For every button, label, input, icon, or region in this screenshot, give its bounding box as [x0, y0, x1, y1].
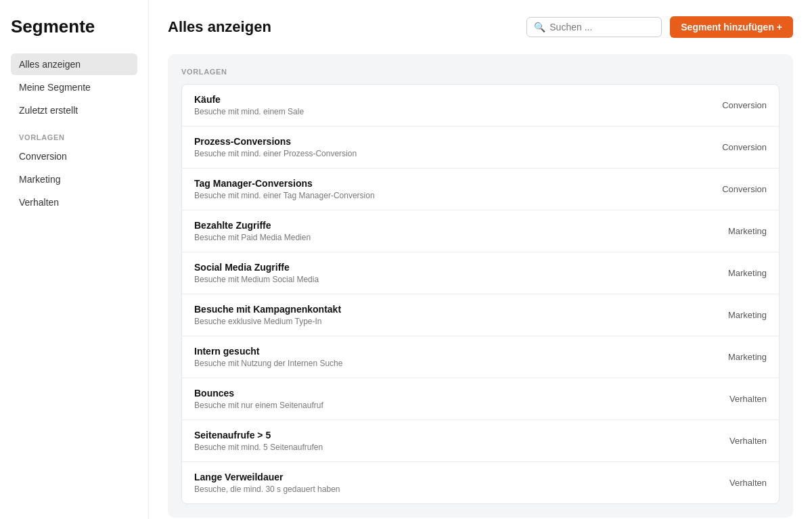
segment-description: Besuche mit mind. einem Sale	[194, 107, 304, 116]
segment-row[interactable]: Besuche mit Kampagnenkontakt Besuche exk…	[182, 294, 779, 336]
segment-name: Prozess-Conversions	[194, 136, 357, 147]
segment-info: Lange Verweildauer Besuche, die mind. 30…	[194, 472, 340, 494]
sidebar-title: Segmente	[11, 16, 137, 37]
segment-info: Seitenaufrufe > 5 Besuche mit mind. 5 Se…	[194, 430, 323, 452]
sidebar-item-marketing[interactable]: Marketing	[11, 168, 137, 190]
segment-description: Besuche mit Medium Social Media	[194, 275, 319, 284]
main-content: Alles anzeigen 🔍 ✕ Segment hinzufügen + …	[149, 0, 812, 519]
header-actions: 🔍 ✕ Segment hinzufügen +	[526, 16, 793, 38]
segment-description: Besuche mit mind. einer Tag Manager-Conv…	[194, 191, 375, 200]
sidebar-item-verhalten[interactable]: Verhalten	[11, 191, 137, 213]
segment-row[interactable]: Lange Verweildauer Besuche, die mind. 30…	[182, 462, 779, 503]
search-icon: 🔍	[534, 22, 545, 32]
segment-row[interactable]: Seitenaufrufe > 5 Besuche mit mind. 5 Se…	[182, 420, 779, 462]
segment-info: Social Media Zugriffe Besuche mit Medium…	[194, 262, 319, 284]
segment-tag: Marketing	[728, 268, 767, 278]
segment-name: Bounces	[194, 388, 323, 399]
sidebar: Segmente Alles anzeigenMeine SegmenteZul…	[0, 0, 149, 519]
segment-tag: Verhalten	[729, 394, 767, 404]
sidebar-item-meine-segmente[interactable]: Meine Segmente	[11, 76, 137, 98]
sidebar-item-alles-anzeigen[interactable]: Alles anzeigen	[11, 53, 137, 75]
segment-name: Social Media Zugriffe	[194, 262, 319, 273]
segment-name: Lange Verweildauer	[194, 472, 340, 482]
segment-row[interactable]: Käufe Besuche mit mind. einem Sale Conve…	[182, 85, 779, 127]
add-segment-button[interactable]: Segment hinzufügen +	[670, 16, 793, 38]
segment-info: Bounces Besuche mit nur einem Seitenaufr…	[194, 388, 323, 410]
segment-tag: Verhalten	[729, 478, 767, 488]
segment-description: Besuche mit Paid Media Medien	[194, 233, 311, 242]
segment-tag: Verhalten	[729, 436, 767, 446]
segment-info: Tag Manager-Conversions Besuche mit mind…	[194, 178, 375, 200]
segment-tag: Marketing	[728, 310, 767, 320]
sidebar-item-zuletzt-erstellt[interactable]: Zuletzt erstellt	[11, 99, 137, 121]
segment-tag: Conversion	[722, 100, 767, 110]
search-input[interactable]	[549, 22, 668, 32]
segment-row[interactable]: Intern gesucht Besuche mit Nutzung der I…	[182, 336, 779, 378]
segment-info: Besuche mit Kampagnenkontakt Besuche exk…	[194, 304, 341, 326]
segment-name: Bezahlte Zugriffe	[194, 220, 311, 231]
segment-description: Besuche mit mind. einer Prozess-Conversi…	[194, 149, 357, 158]
segment-info: Intern gesucht Besuche mit Nutzung der I…	[194, 346, 342, 368]
segment-tag: Conversion	[722, 142, 767, 152]
sidebar-vorlagen-label: VORLAGEN	[11, 122, 137, 145]
segment-name: Seitenaufrufe > 5	[194, 430, 323, 441]
segment-row[interactable]: Social Media Zugriffe Besuche mit Medium…	[182, 252, 779, 294]
segment-info: Bezahlte Zugriffe Besuche mit Paid Media…	[194, 220, 311, 242]
sidebar-item-conversion[interactable]: Conversion	[11, 145, 137, 167]
segment-tag: Conversion	[722, 184, 767, 194]
segment-list: Käufe Besuche mit mind. einem Sale Conve…	[181, 84, 780, 504]
main-header: Alles anzeigen 🔍 ✕ Segment hinzufügen +	[168, 16, 793, 38]
segment-row[interactable]: Bezahlte Zugriffe Besuche mit Paid Media…	[182, 210, 779, 252]
segment-row[interactable]: Prozess-Conversions Besuche mit mind. ei…	[182, 127, 779, 168]
segment-description: Besuche exklusive Medium Type-In	[194, 317, 341, 326]
content-card: VORLAGEN Käufe Besuche mit mind. einem S…	[168, 54, 793, 518]
segment-info: Käufe Besuche mit mind. einem Sale	[194, 94, 304, 116]
main-title: Alles anzeigen	[168, 18, 271, 36]
segment-description: Besuche, die mind. 30 s gedauert haben	[194, 484, 340, 494]
segment-name: Intern gesucht	[194, 346, 342, 357]
segment-description: Besuche mit nur einem Seitenaufruf	[194, 401, 323, 410]
segment-name: Tag Manager-Conversions	[194, 178, 375, 189]
search-box[interactable]: 🔍 ✕	[526, 17, 662, 37]
segment-row[interactable]: Tag Manager-Conversions Besuche mit mind…	[182, 168, 779, 210]
segment-row[interactable]: Bounces Besuche mit nur einem Seitenaufr…	[182, 378, 779, 420]
segment-description: Besuche mit Nutzung der Internen Suche	[194, 359, 342, 368]
segment-tag: Marketing	[728, 352, 767, 362]
content-section-label: VORLAGEN	[181, 68, 780, 76]
segment-name: Besuche mit Kampagnenkontakt	[194, 304, 341, 315]
segment-tag: Marketing	[728, 226, 767, 236]
segment-description: Besuche mit mind. 5 Seitenaufrufen	[194, 443, 323, 452]
segment-info: Prozess-Conversions Besuche mit mind. ei…	[194, 136, 357, 158]
segment-name: Käufe	[194, 94, 304, 105]
